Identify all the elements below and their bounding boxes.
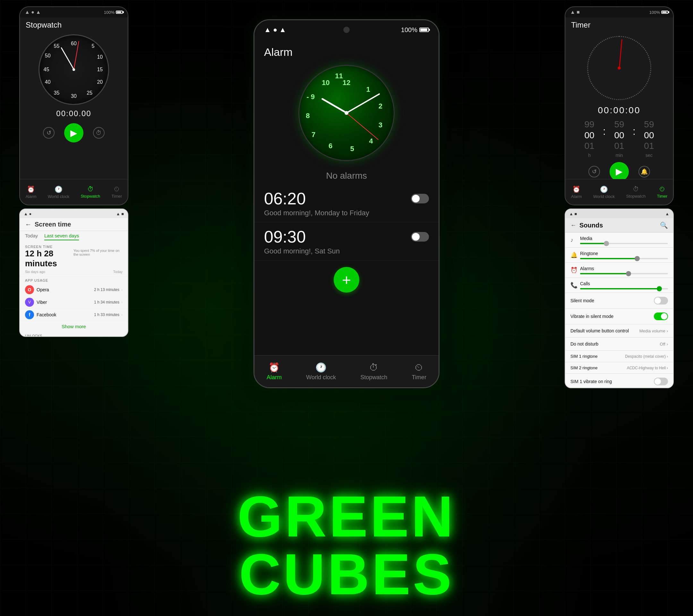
ringtone-slider[interactable] <box>580 258 668 259</box>
home-button[interactable] <box>340 387 353 388</box>
sw-num-40: 40 <box>45 79 51 85</box>
facebook-time: 1 h 33 minutes <box>94 313 119 317</box>
vibrate-label: Vibrate in silent mode <box>571 314 613 319</box>
sep-1: : <box>602 119 606 137</box>
app-row-facebook[interactable]: f Facebook 1 h 33 minutes › <box>20 309 128 321</box>
clock-num-7: 7 <box>312 131 315 139</box>
silent-mode-label: Silent mode <box>571 298 594 303</box>
right-status-left: ▲ ■ <box>570 9 580 15</box>
calls-slider[interactable] <box>580 288 668 290</box>
clock-face: 12 1 2 3 4 5 6 7 8 - 9 10 11 <box>298 65 395 161</box>
ringtone-icon: 🔔 <box>571 252 580 259</box>
alarm-item-2[interactable]: 09:30 Good morning!, Sat Sun <box>254 222 439 260</box>
left-nav-timer[interactable]: ⏲ Timer <box>112 185 122 199</box>
hours-label: h <box>588 153 591 158</box>
alarm-item-1[interactable]: 06:20 Good morning!, Monday to Friday <box>254 184 439 222</box>
dnd-row[interactable]: Do not disturb Off › <box>565 338 673 351</box>
alarm-toggle-1[interactable] <box>411 194 429 203</box>
left-app-header: Stopwatch <box>20 17 128 33</box>
right-app-header: Timer <box>565 17 673 33</box>
center-status-left: ▲ ● ▲ <box>264 26 286 34</box>
left-nav-alarm[interactable]: ⏰ Alarm <box>26 185 37 199</box>
app-row-viber[interactable]: V Viber 1 h 34 minutes › <box>20 296 128 309</box>
sim2-ringtone-row[interactable]: SIM 2 ringtone ACDC-Highway to Hell › <box>565 362 673 374</box>
timer-spinners: 99 00 01 h : 59 00 01 min : 59 00 01 sec <box>565 117 673 159</box>
sw-play-button[interactable]: ▶ <box>64 123 83 142</box>
media-thumb[interactable] <box>604 241 609 246</box>
sw-lap-button[interactable]: ⏱ <box>93 127 104 139</box>
seconds-spinner[interactable]: 59 00 01 sec <box>639 119 659 158</box>
vibrate-toggle[interactable] <box>654 313 668 320</box>
timer-nav-label: Timer <box>412 374 427 381</box>
left-alarm-icon: ⏰ <box>27 185 35 193</box>
recents-button[interactable] <box>362 387 375 388</box>
st-back-button[interactable]: ← <box>25 221 32 228</box>
alarms-slider[interactable] <box>580 273 668 274</box>
sounds-back-button[interactable]: ← <box>571 222 576 229</box>
right-nav-alarm[interactable]: ⏰ Alarm <box>571 185 582 199</box>
sw-reset-button[interactable]: ↺ <box>43 127 55 139</box>
volume-btn-row[interactable]: Default volume button control Media volu… <box>565 324 673 338</box>
media-info: Media <box>580 236 668 244</box>
nav-alarm[interactable]: ⏰ Alarm <box>266 362 282 381</box>
right-battery-icon <box>661 11 668 14</box>
opera-icon: O <box>25 285 34 294</box>
media-slider[interactable] <box>580 243 668 244</box>
app-row-opera[interactable]: O Opera 2 h 13 minutes › <box>20 284 128 296</box>
left-worldclock-icon: 🕐 <box>55 185 63 193</box>
timer-nav-icon: ⏲ <box>415 362 423 373</box>
sim2-ringtone-value: ACDC-Highway to Hell › <box>627 366 668 370</box>
viber-chevron: › <box>121 300 122 304</box>
seconds-label: sec <box>646 153 653 158</box>
volume-btn-value: Media volume › <box>639 329 668 333</box>
stopwatch-controls: ↺ ▶ ⏱ <box>20 121 128 145</box>
sim1-vibrate-toggle[interactable] <box>654 378 668 385</box>
sw-num-55: 55 <box>54 43 60 49</box>
show-more-button[interactable]: Show more <box>20 321 128 332</box>
worldclock-nav-label: World clock <box>306 374 336 381</box>
timer-play-button[interactable]: ▶ <box>610 162 629 181</box>
battery-icon <box>419 27 429 32</box>
left-nav-worldclock[interactable]: 🕐 World clock <box>48 185 69 199</box>
left-status-bar: ▲ ● ▲ 100% <box>20 7 128 17</box>
alarm-toggle-2[interactable] <box>411 232 429 242</box>
sounds-title: Sounds <box>579 222 603 229</box>
alarms-sound-icon: ⏰ <box>571 266 580 274</box>
timer-clock-face <box>587 36 651 100</box>
right-nav-stopwatch[interactable]: ⏱ Stopwatch <box>626 185 646 199</box>
timer-bell-button[interactable]: 🔔 <box>638 166 650 177</box>
no-alarms-label: No alarms <box>254 164 439 184</box>
right-nav-timer[interactable]: ⏲ Timer <box>657 185 668 199</box>
media-row: ♪ Media <box>565 233 673 248</box>
center-bottom-nav: ⏰ Alarm 🕐 World clock ⏱ Stopwatch ⏲ Time… <box>254 355 439 387</box>
sim1-ringtone-row[interactable]: SIM 1 ringtone Despacito (metal cover) › <box>565 351 673 362</box>
silent-mode-toggle[interactable] <box>654 297 668 304</box>
hours-spinner[interactable]: 99 00 01 h <box>580 119 599 158</box>
sounds-search-icon[interactable]: 🔍 <box>660 221 668 229</box>
brand-line2: CUBES <box>237 545 456 603</box>
screen-time-panel: ▲ ● ▲ ■ ← Screen time Today Last seven d… <box>19 208 128 337</box>
clock-container: 12 1 2 3 4 5 6 7 8 - 9 10 11 <box>254 62 439 164</box>
add-alarm-button[interactable]: + <box>334 267 359 293</box>
ringtone-fill <box>580 258 637 259</box>
clock-hand-hour <box>321 98 347 114</box>
left-nav-stopwatch[interactable]: ⏱ Stopwatch <box>81 185 100 199</box>
back-button[interactable] <box>318 387 331 388</box>
nav-worldclock[interactable]: 🕐 World clock <box>306 362 336 381</box>
sounds-body: ▲ ■ ▲ ← Sounds 🔍 ♪ Media 🔔 <box>565 208 674 388</box>
clock-num-5: 5 <box>350 145 354 153</box>
nav-stopwatch[interactable]: ⏱ Stopwatch <box>360 362 387 381</box>
nav-timer[interactable]: ⏲ Timer <box>412 362 427 381</box>
minutes-spinner[interactable]: 59 00 01 min <box>610 119 629 158</box>
sw-num-20: 20 <box>97 79 103 85</box>
tab-last-seven[interactable]: Last seven days <box>44 233 79 240</box>
unlocks-section: UNLOCKS 468 in total 11/4 11/5 11/6 11/7… <box>20 332 128 337</box>
alarms-thumb[interactable] <box>626 271 631 276</box>
st-date-start: Six days ago <box>25 270 45 274</box>
right-nav-worldclock[interactable]: 🕐 World clock <box>593 185 615 199</box>
ringtone-thumb[interactable] <box>635 256 640 261</box>
hours-bot: 01 <box>585 141 594 152</box>
tab-today[interactable]: Today <box>25 233 38 240</box>
timer-reset-button[interactable]: ↺ <box>589 166 600 177</box>
calls-thumb[interactable] <box>657 286 662 291</box>
